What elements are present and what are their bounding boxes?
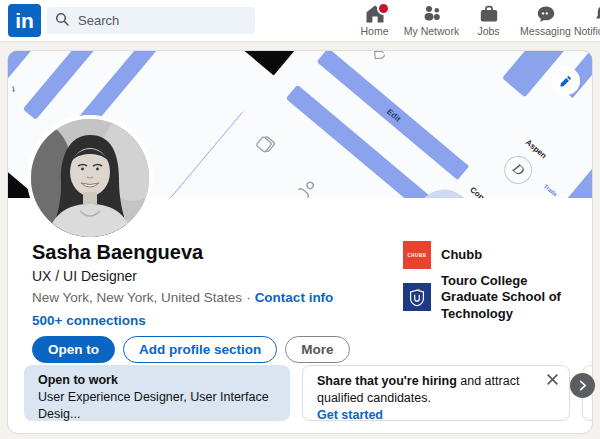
open-to-work-card: Open to work User Experience Designer, U… <box>24 365 290 421</box>
profile-cards-carousel: Open to work User Experience Designer, U… <box>24 365 592 423</box>
banner-label: Copper Mounta <box>468 185 519 198</box>
profile-photo[interactable] <box>27 115 153 241</box>
chubb-logo-text: CHUBB <box>407 253 426 258</box>
close-icon[interactable] <box>546 373 560 387</box>
nav-item-messaging[interactable]: Messaging <box>517 0 574 41</box>
add-profile-section-button[interactable]: Add profile section <box>123 336 277 363</box>
banner-label: Aspen <box>524 138 549 161</box>
carousel-next-button[interactable] <box>570 373 595 398</box>
nav-item-label: Messaging <box>520 25 571 37</box>
chevron-right-icon <box>577 380 588 391</box>
get-started-link[interactable]: Get started <box>317 407 555 423</box>
layers-icon <box>252 133 277 159</box>
jobs-icon <box>479 4 499 24</box>
chubb-logo: CHUBB <box>403 241 431 269</box>
touro-shield-icon <box>406 286 428 308</box>
linkedin-logo[interactable]: in <box>8 4 41 37</box>
messaging-icon <box>536 4 556 24</box>
banner-label: ✓ <box>8 84 19 95</box>
nav-item-label: Notifications <box>574 25 600 37</box>
search-icon <box>55 12 69 30</box>
profile-headline: UX / UI Designer <box>32 268 137 284</box>
banner-label: Trails <box>542 183 558 198</box>
nav-item-label: Home <box>360 25 388 37</box>
profile-action-buttons: Open to Add profile section More <box>32 336 350 363</box>
banner-label: D <box>509 161 527 180</box>
top-navigation-bar: in Home My Network Jobs <box>0 0 600 42</box>
banner-resort-logo: D <box>498 150 537 189</box>
home-notification-badge <box>377 2 390 15</box>
more-button[interactable]: More <box>285 336 349 363</box>
connections-link[interactable]: 500+ connections <box>32 313 146 328</box>
affiliation-name: Chubb <box>441 247 583 263</box>
edit-banner-button[interactable] <box>552 67 580 95</box>
touro-logo <box>403 283 431 311</box>
nav-item-label: Jobs <box>477 25 499 37</box>
hiring-promo-text: Share that you're hiring and attract qua… <box>317 373 537 407</box>
global-search-box[interactable] <box>47 7 255 34</box>
search-input[interactable] <box>76 12 240 29</box>
affiliation-education[interactable]: Touro College Graduate School of Technol… <box>403 273 583 322</box>
affiliation-current-company[interactable]: CHUBB Chubb <box>403 241 583 269</box>
notifications-icon <box>593 4 600 24</box>
linkedin-profile-page: in Home My Network Jobs <box>0 0 600 439</box>
hiring-promo-bold: Share that you're hiring <box>317 374 457 388</box>
star-icon: ☆ <box>8 124 11 146</box>
profile-photo-image <box>31 119 149 237</box>
nav-item-jobs[interactable]: Jobs <box>460 0 517 41</box>
open-to-button[interactable]: Open to <box>32 336 115 363</box>
linkedin-logo-text: in <box>15 9 34 33</box>
nav-item-my-network[interactable]: My Network <box>403 0 460 41</box>
profile-location: New York, New York, United States <box>32 290 242 305</box>
nav-item-notifications[interactable]: Notifications <box>574 0 600 41</box>
affiliation-name: Touro College Graduate School of Technol… <box>441 273 583 322</box>
location-row: New York, New York, United States·Contac… <box>32 290 333 305</box>
profile-name: Sasha Baengueva <box>32 241 203 264</box>
person-icon <box>293 176 320 198</box>
nav-item-home[interactable]: Home <box>346 0 403 41</box>
pencil-icon <box>559 74 573 88</box>
hiring-promo-card: Share that you're hiring and attract qua… <box>302 365 570 421</box>
open-to-work-roles: User Experience Designer, User Interface… <box>38 389 276 423</box>
nav-items: Home My Network Jobs Messaging Notificat… <box>346 0 600 41</box>
nav-item-label: My Network <box>404 25 459 37</box>
profile-card: ☆ ...ng Equipment 1005 ✓ Search for ski … <box>8 51 592 433</box>
separator-dot: · <box>246 290 251 305</box>
banner-label: Edit <box>385 107 402 124</box>
contact-info-link[interactable]: Contact info <box>255 290 334 305</box>
open-to-work-title: Open to work <box>38 372 276 389</box>
my-network-icon <box>422 4 442 24</box>
